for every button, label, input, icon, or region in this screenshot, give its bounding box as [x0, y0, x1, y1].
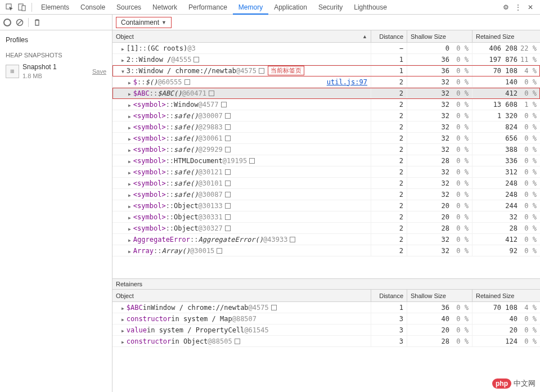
element-icon	[225, 113, 231, 119]
element-icon	[217, 248, 222, 254]
element-icon	[271, 305, 277, 310]
expand-icon[interactable]	[122, 304, 127, 312]
inspect-icon[interactable]	[6, 3, 14, 11]
table-row[interactable]: <symbol> :: safe() @301012320 %2480 %	[112, 178, 540, 189]
expand-icon[interactable]	[128, 146, 133, 154]
element-icon	[221, 102, 227, 107]
col-object[interactable]: Object	[112, 290, 371, 301]
sort-icon: ▲	[362, 34, 367, 39]
tab-memory[interactable]: Memory	[233, 0, 268, 15]
table-row[interactable]: <symbol> :: Object @303312200 %320 %	[112, 211, 540, 223]
table-row[interactable]: 3 :: Window / chrome://newtab @4575当前标签页…	[112, 65, 540, 76]
tab-security[interactable]: Security	[313, 0, 348, 15]
watermark: php 中文网	[492, 379, 536, 389]
clear-icon[interactable]	[16, 19, 24, 26]
col-distance[interactable]: Distance	[371, 30, 407, 42]
tab-console[interactable]: Console	[75, 0, 111, 15]
table-row[interactable]: <symbol> :: safe() @301212320 %3120 %	[112, 166, 540, 178]
save-link[interactable]: Save	[92, 68, 106, 75]
expand-icon[interactable]	[128, 224, 133, 232]
table-row[interactable]: AggregateError :: AggregateError() @4393…	[112, 234, 540, 245]
element-icon	[225, 124, 231, 130]
expand-icon[interactable]	[122, 315, 127, 323]
separator	[28, 18, 29, 27]
view-dropdown[interactable]: Containment ▼	[116, 17, 172, 28]
table-row[interactable]: value in system / PropertyCell @61545320…	[112, 325, 540, 336]
table-row[interactable]: $ :: $() @60555util.js:972320 %1400 %	[112, 76, 540, 88]
col-object[interactable]: Object▲	[112, 30, 371, 42]
col-retained[interactable]: Retained Size	[472, 290, 540, 301]
objects-header: Object▲ Distance Shallow Size Retained S…	[112, 30, 540, 43]
table-row[interactable]: <symbol> :: safe() @300872320 %2480 %	[112, 189, 540, 200]
source-link[interactable]: util.js:97	[327, 78, 367, 86]
expand-icon[interactable]	[128, 213, 133, 221]
element-icon	[225, 214, 231, 220]
element-icon	[235, 339, 240, 344]
objects-grid: [1] :: (GC roots) @3−00 %406 20822 %2 ::…	[112, 43, 540, 278]
expand-icon[interactable]	[128, 134, 133, 142]
expand-icon[interactable]	[128, 78, 133, 86]
element-icon	[209, 91, 214, 96]
table-row[interactable]: constructor in system / Map @885073400 %…	[112, 313, 540, 325]
element-icon	[290, 237, 295, 242]
watermark-badge: php	[492, 379, 511, 389]
devtools-topbar: ElementsConsoleSourcesNetworkPerformance…	[0, 0, 540, 15]
col-distance[interactable]: Distance	[371, 290, 407, 301]
tab-sources[interactable]: Sources	[111, 0, 147, 15]
svg-rect-2	[22, 6, 25, 11]
retainers-grid: $ABC in Window / chrome://newtab @457513…	[112, 302, 540, 392]
tab-performance[interactable]: Performance	[183, 0, 233, 15]
table-row[interactable]: $ABC :: $ABC() @604712320 %4120 %	[112, 88, 540, 99]
device-toggle-icon[interactable]	[18, 3, 26, 11]
tab-lighthouse[interactable]: Lighthouse	[348, 0, 393, 15]
expand-icon[interactable]	[122, 44, 127, 52]
table-row[interactable]: <symbol> :: HTMLDocument @191952280 %336…	[112, 155, 540, 166]
table-row[interactable]: <symbol> :: Object @303272280 %280 %	[112, 223, 540, 234]
expand-icon[interactable]	[128, 101, 133, 109]
tab-application[interactable]: Application	[268, 0, 313, 15]
table-row[interactable]: <symbol> :: Window @45772320 %13 6081 %	[112, 99, 540, 110]
table-row[interactable]: <symbol> :: safe() @298832320 %8240 %	[112, 121, 540, 133]
element-icon	[259, 68, 264, 74]
table-row[interactable]: <symbol> :: safe() @299292320 %3880 %	[112, 144, 540, 155]
expand-icon[interactable]	[128, 89, 133, 97]
expand-icon[interactable]	[122, 337, 127, 345]
element-icon	[225, 181, 231, 186]
table-row[interactable]: $ABC in Window / chrome://newtab @457513…	[112, 302, 540, 313]
table-row[interactable]: 2 :: Window / @45551360 %197 87611 %	[112, 54, 540, 65]
table-row[interactable]: <symbol> :: Object @301332200 %2440 %	[112, 200, 540, 211]
close-icon[interactable]: ✕	[526, 3, 534, 11]
snapshot-item[interactable]: ▦ Snapshot 1 1.8 MB Save	[0, 61, 112, 82]
table-row[interactable]: <symbol> :: safe() @300072320 %1 3200 %	[112, 110, 540, 121]
expand-icon[interactable]	[128, 179, 133, 187]
settings-icon[interactable]: ⚙	[502, 3, 510, 11]
more-icon[interactable]: ⋮	[514, 3, 522, 11]
expand-icon[interactable]	[128, 112, 133, 120]
expand-icon[interactable]	[128, 157, 133, 165]
record-icon[interactable]	[3, 19, 11, 26]
col-retained[interactable]: Retained Size	[472, 30, 540, 42]
expand-icon[interactable]	[128, 236, 133, 244]
snapshot-name: Snapshot 1	[22, 63, 89, 72]
trash-icon[interactable]	[33, 19, 41, 26]
expand-icon[interactable]	[128, 202, 133, 210]
expand-icon[interactable]	[122, 56, 127, 64]
table-row[interactable]: constructor in Object @885053280 %1240 %	[112, 336, 540, 347]
expand-icon[interactable]	[128, 168, 133, 176]
col-shallow[interactable]: Shallow Size	[407, 30, 472, 42]
expand-icon[interactable]	[128, 123, 133, 131]
watermark-text: 中文网	[514, 379, 536, 389]
expand-icon[interactable]	[122, 326, 127, 334]
table-row[interactable]: <symbol> :: safe() @300612320 %6560 %	[112, 133, 540, 144]
tab-network[interactable]: Network	[147, 0, 183, 15]
col-shallow[interactable]: Shallow Size	[407, 290, 472, 301]
element-icon	[194, 57, 199, 62]
expand-icon[interactable]	[122, 67, 127, 75]
expand-icon[interactable]	[128, 191, 133, 199]
retainers-heading: Retainers	[112, 278, 540, 290]
table-row[interactable]: Array :: Array() @300152320 %920 %	[112, 245, 540, 256]
table-row[interactable]: [1] :: (GC roots) @3−00 %406 20822 %	[112, 43, 540, 54]
svg-line-4	[18, 20, 22, 24]
expand-icon[interactable]	[128, 247, 133, 255]
tab-elements[interactable]: Elements	[35, 0, 75, 15]
